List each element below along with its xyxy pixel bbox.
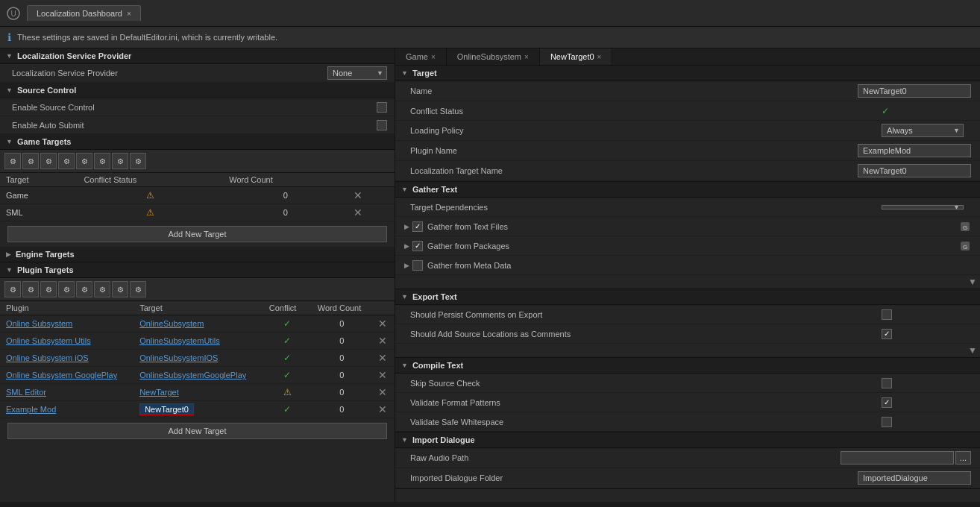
target-name-input[interactable] <box>858 84 971 98</box>
localization-service-provider-dropdown[interactable]: None ▼ <box>327 66 387 80</box>
export-text-section: ▼ Export Text Should Persist Comments on… <box>395 289 980 358</box>
plugin-remove-btn[interactable]: ✕ <box>378 318 387 330</box>
plugin-targets-add-btn[interactable]: Add New Target <box>7 423 387 439</box>
target-plugin-name-row: Plugin Name <box>395 141 980 161</box>
toolbar-btn-1[interactable]: ⚙ <box>4 153 21 169</box>
gather-text-files-checkbox[interactable] <box>412 221 423 232</box>
raw-audio-path-browse-btn[interactable]: ... <box>955 451 971 465</box>
plugin-name-input[interactable] <box>858 144 971 157</box>
engine-targets-section[interactable]: ▶ Engine Targets <box>0 247 395 262</box>
gather-text-files-expand[interactable]: ▶ <box>404 223 409 230</box>
compile-text-section-header[interactable]: ▼ Compile Text <box>395 358 980 374</box>
plugin-toolbar-btn-3[interactable]: ⚙ <box>40 281 57 297</box>
game-targets-section[interactable]: ▼ Game Targets <box>0 134 395 150</box>
skip-source-check-row: Skip Source Check <box>395 374 980 393</box>
localization-service-provider-title: Localization Service Provider <box>17 51 131 60</box>
imported-dialogue-folder-row: Imported Dialogue Folder <box>395 468 980 488</box>
raw-audio-path-row: Raw Audio Path ... <box>395 448 980 468</box>
plugin-toolbar-btn-1[interactable]: ⚙ <box>4 281 21 297</box>
export-text-section-header[interactable]: ▼ Export Text <box>395 289 980 305</box>
enable-auto-submit-checkbox[interactable] <box>377 120 387 130</box>
plugin-name-link[interactable]: Online Subsystem iOS <box>6 353 89 362</box>
plugin-target-link[interactable]: OnlineSubsystem <box>139 319 204 328</box>
tab-close-btn[interactable]: × <box>127 10 131 18</box>
toolbar-btn-2[interactable]: ⚙ <box>22 153 39 169</box>
target-loading-policy-row: Loading Policy Always ▼ <box>395 121 980 141</box>
game-target-row-sml: SML ⚠ 0 ✕ <box>0 204 395 221</box>
window-tab-bar: Localization Dashboard × <box>27 5 141 21</box>
import-dialogue-section-header[interactable]: ▼ Import Dialogue <box>395 432 980 448</box>
tab-newtarget0-close[interactable]: × <box>597 53 602 61</box>
plugin-toolbar-btn-8[interactable]: ⚙ <box>130 281 146 297</box>
plugin-toolbar-btn-5[interactable]: ⚙ <box>76 281 92 297</box>
target-section-header[interactable]: ▼ Target <box>395 66 980 81</box>
toolbar-btn-6[interactable]: ⚙ <box>94 153 110 169</box>
skip-source-check-checkbox[interactable] <box>882 378 892 388</box>
tab-newtarget0[interactable]: NewTarget0 × <box>540 48 613 65</box>
plugin-name-link[interactable]: Online Subsystem GooglePlay <box>6 371 117 380</box>
sml-target-wordcount: 0 <box>223 204 348 221</box>
toolbar-btn-5[interactable]: ⚙ <box>76 153 92 169</box>
toolbar-btn-7[interactable]: ⚙ <box>112 153 128 169</box>
enable-source-control-checkbox[interactable] <box>377 102 387 113</box>
validate-whitespace-checkbox[interactable] <box>882 417 892 427</box>
plugin-toolbar-btn-2[interactable]: ⚙ <box>22 281 39 297</box>
loading-policy-dropdown[interactable]: Always ▼ <box>882 124 964 137</box>
plugin-conflict-cell: ✓ <box>263 333 312 350</box>
plugin-remove-btn[interactable]: ✕ <box>378 335 387 347</box>
toolbar-btn-4[interactable]: ⚙ <box>58 153 75 169</box>
imported-dialogue-folder-input[interactable] <box>858 471 971 485</box>
game-targets-add-btn[interactable]: Add New Target <box>7 226 387 242</box>
plugin-name-link[interactable]: SML Editor <box>6 388 46 397</box>
tab-game[interactable]: Game × <box>395 48 447 65</box>
persist-comments-checkbox[interactable] <box>882 309 892 320</box>
plugin-conflict-cell: ✓ <box>263 350 312 367</box>
plugin-targets-section[interactable]: ▼ Plugin Targets <box>0 262 395 278</box>
toolbar-btn-3[interactable]: ⚙ <box>40 153 57 169</box>
app-logo: U <box>6 6 21 21</box>
section-arrow-plugin: ▼ <box>6 266 13 274</box>
source-locations-checkbox[interactable] <box>882 329 892 339</box>
toolbar-btn-8[interactable]: ⚙ <box>130 153 146 169</box>
target-localization-name-value <box>858 164 971 177</box>
plugin-target-link[interactable]: OnlineSubsystemIOS <box>139 353 218 362</box>
plugin-remove-btn[interactable]: ✕ <box>378 369 387 381</box>
compile-text-section-title: Compile Text <box>412 361 463 370</box>
plugin-remove-btn[interactable]: ✕ <box>378 386 387 398</box>
plugin-wordcount-cell: 0 <box>312 401 372 418</box>
gather-metadata-checkbox[interactable] <box>412 260 423 271</box>
tab-online-subsystem[interactable]: OnlineSubsystem × <box>447 48 540 65</box>
plugin-toolbar-btn-4[interactable]: ⚙ <box>58 281 75 297</box>
plugin-name-link[interactable]: Online Subsystem <box>6 319 72 328</box>
plugin-name-link[interactable]: Example Mod <box>6 405 56 414</box>
target-name-value <box>858 84 971 98</box>
plugin-remove-btn[interactable]: ✕ <box>378 352 387 364</box>
gather-packages-expand[interactable]: ▶ <box>404 242 409 250</box>
target-dependencies-dropdown[interactable]: ▼ <box>882 205 964 210</box>
right-panel: Game × OnlineSubsystem × NewTarget0 × ▼ … <box>395 48 980 502</box>
target-conflict-row: Conflict Status ✓ <box>395 101 980 121</box>
gather-metadata-expand[interactable]: ▶ <box>404 262 409 269</box>
validate-format-checkbox[interactable] <box>882 397 892 408</box>
plugin-target-link[interactable]: NewTarget <box>139 388 179 397</box>
plugin-target-link[interactable]: OnlineSubsystemUtils <box>139 336 220 345</box>
target-plugin-name-value <box>858 144 971 157</box>
tab-online-subsystem-label: OnlineSubsystem <box>457 52 521 61</box>
localization-service-provider-section[interactable]: ▼ Localization Service Provider <box>0 48 395 64</box>
sml-target-remove-btn[interactable]: ✕ <box>354 207 362 218</box>
localization-dashboard-tab[interactable]: Localization Dashboard × <box>27 5 141 21</box>
game-target-remove-btn[interactable]: ✕ <box>354 189 362 201</box>
raw-audio-path-input[interactable] <box>841 451 954 465</box>
loading-policy-arrow-icon: ▼ <box>953 127 960 134</box>
plugin-toolbar-btn-7[interactable]: ⚙ <box>112 281 128 297</box>
localization-target-name-input[interactable] <box>858 164 971 177</box>
plugin-toolbar-btn-6[interactable]: ⚙ <box>94 281 110 297</box>
plugin-name-link[interactable]: Online Subsystem Utils <box>6 336 91 345</box>
plugin-remove-btn[interactable]: ✕ <box>378 403 387 415</box>
gather-packages-checkbox[interactable] <box>412 241 423 251</box>
gather-text-section-header[interactable]: ▼ Gather Text <box>395 182 980 198</box>
source-control-section[interactable]: ▼ Source Control <box>0 83 395 98</box>
plugin-target-link[interactable]: OnlineSubsystemGooglePlay <box>139 371 246 380</box>
target-localization-name-row: Localization Target Name <box>395 161 980 181</box>
validate-whitespace-value <box>882 417 971 427</box>
